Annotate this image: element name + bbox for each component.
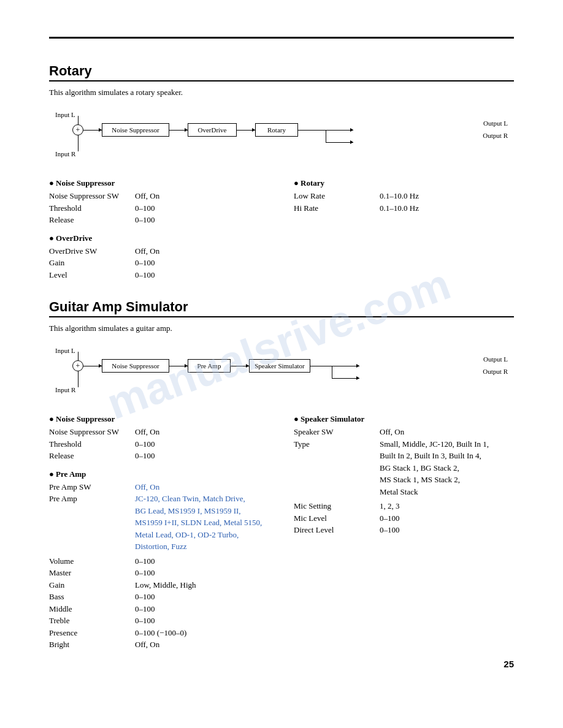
ga-amp-controls: Volume 0–100 Master 0–100 Gain Low, Midd… <box>49 555 269 651</box>
param-row: Hi Rate 0.1–10.0 Hz <box>294 202 514 214</box>
ga-preamp-table: Pre Amp SW Off, On Pre Amp JC-120, Clean… <box>49 481 269 553</box>
param-value: Low, Middle, High <box>135 579 196 591</box>
param-name: Release <box>49 450 135 462</box>
param-row: Direct Level 0–100 <box>294 524 514 536</box>
rotary-rotary-table: Low Rate 0.1–10.0 Hz Hi Rate 0.1–10.0 Hz <box>294 190 514 214</box>
param-row: Mic Level 0–100 <box>294 512 514 525</box>
param-value: 1, 2, 3 <box>380 500 400 512</box>
param-row: Gain Low, Middle, High <box>49 579 269 591</box>
ga-preamp-box: Pre Amp <box>188 359 231 373</box>
ga-right-params: Speaker Simulator Speaker SW Off, On Typ… <box>294 414 514 536</box>
param-value: 0–100 <box>380 524 400 536</box>
rotary-noise-box: Noise Suppressor <box>102 123 169 137</box>
param-row: Bass 0–100 <box>49 591 269 603</box>
param-row: Release 0–100 <box>49 450 269 462</box>
rotary-od-table: OverDrive SW Off, On Gain 0–100 Level 0–… <box>49 245 269 281</box>
guitar-amp-desc: This algorithm simulates a guitar amp. <box>49 324 514 333</box>
param-name: Mic Level <box>294 512 380 525</box>
param-row: Low Rate 0.1–10.0 Hz <box>294 190 514 202</box>
param-value: 0–100 <box>135 214 155 226</box>
param-name: Low Rate <box>294 190 380 202</box>
param-name: Pre Amp <box>49 493 135 505</box>
param-name: Direct Level <box>294 524 380 536</box>
param-name: Gain <box>49 257 135 269</box>
param-value: Small, Middle, JC-120, Built In 1,Built … <box>380 438 489 498</box>
ga-speaker-title: Speaker Simulator <box>294 414 514 424</box>
rotary-output-r-label: Output R <box>483 132 508 139</box>
param-row: Level 0–100 <box>49 269 269 281</box>
param-value: 0–100 <box>135 202 155 214</box>
top-rule <box>49 37 514 39</box>
ga-preamp-group: Pre Amp Pre Amp SW Off, On Pre Amp JC-12… <box>49 469 269 553</box>
param-value: 0.1–10.0 Hz <box>380 202 419 214</box>
ga-speaker-table: Speaker SW Off, On Type Small, Middle, J… <box>294 426 514 498</box>
param-row: OverDrive SW Off, On <box>49 245 269 257</box>
param-name: Treble <box>49 615 135 627</box>
param-value: Off, On <box>135 190 159 202</box>
param-row: Type Small, Middle, JC-120, Built In 1,B… <box>294 438 514 498</box>
param-name: Gain <box>49 579 135 591</box>
param-value: 0–100 <box>135 603 155 615</box>
rotary-rule <box>49 80 514 82</box>
param-name: Bass <box>49 591 135 603</box>
rotary-od-group: OverDrive OverDrive SW Off, On Gain 0–10… <box>49 233 269 281</box>
param-row: Release 0–100 <box>49 214 269 226</box>
param-name: Master <box>49 567 135 579</box>
rotary-ns-table: Noise Suppressor SW Off, On Threshold 0–… <box>49 190 269 226</box>
ga-speaker-box: Speaker Simulator <box>249 359 310 373</box>
rotary-params: Noise Suppressor Noise Suppressor SW Off… <box>49 178 514 281</box>
param-name: Noise Suppressor SW <box>49 426 135 438</box>
param-row: Presence 0–100 (−100–0) <box>49 627 269 639</box>
param-value: 0–100 <box>135 591 155 603</box>
guitar-amp-signal-flow: Input L Input R Output L Output R + Nois… <box>49 342 514 403</box>
param-row: Pre Amp JC-120, Clean Twin, Match Drive,… <box>49 493 269 553</box>
param-row: Bright Off, On <box>49 639 269 651</box>
rotary-arrow-2 <box>169 130 188 131</box>
ga-arrow-2 <box>169 366 188 366</box>
param-value: Off, On <box>380 426 404 438</box>
param-row: Master 0–100 <box>49 567 269 579</box>
param-row: Treble 0–100 <box>49 615 269 627</box>
page: Rotary This algorithm simulates a rotary… <box>0 0 563 694</box>
rotary-signal-flow: Input L Input R Output L Output R + Nois… <box>49 106 514 167</box>
param-name: Speaker SW <box>294 426 380 438</box>
param-name: Mic Setting <box>294 500 380 512</box>
param-value: Off, On <box>135 245 159 257</box>
param-value: Off, On <box>135 426 159 438</box>
ga-output-l-label: Output L <box>483 355 508 363</box>
param-value: 0–100 <box>135 438 155 450</box>
ga-input-r-label: Input R <box>55 386 75 393</box>
param-value: 0.1–10.0 Hz <box>380 190 419 202</box>
param-name: Pre Amp SW <box>49 481 135 493</box>
param-value: 0–100 <box>380 512 400 525</box>
rotary-input-r-label: Input R <box>55 150 75 157</box>
param-row: Gain 0–100 <box>49 257 269 269</box>
param-name: Noise Suppressor SW <box>49 190 135 202</box>
rotary-title: Rotary <box>49 63 514 79</box>
param-row: Threshold 0–100 <box>49 438 269 450</box>
param-name: Bright <box>49 639 135 651</box>
param-name: Hi Rate <box>294 202 380 214</box>
rotary-arrow-3 <box>237 130 255 131</box>
param-value: 0–100 <box>135 615 155 627</box>
guitar-amp-title: Guitar Amp Simulator <box>49 299 514 315</box>
rotary-right-params: Rotary Low Rate 0.1–10.0 Hz Hi Rate 0.1–… <box>294 178 514 281</box>
ga-output-r-label: Output R <box>483 368 508 375</box>
rotary-input-l-label: Input L <box>55 111 75 118</box>
param-value: 0–100 <box>135 555 155 567</box>
ga-left-params: Noise Suppressor Noise Suppressor SW Off… <box>49 414 269 651</box>
rotary-ns-title: Noise Suppressor <box>49 178 269 188</box>
param-value: 0–100 <box>135 567 155 579</box>
rotary-sum-circle: + <box>72 124 83 135</box>
param-value: 0–100 <box>135 269 155 281</box>
param-row: Volume 0–100 <box>49 555 269 567</box>
param-row: Noise Suppressor SW Off, On <box>49 190 269 202</box>
ga-input-l-label: Input L <box>55 347 75 354</box>
param-value: 0–100 <box>135 257 155 269</box>
param-name: Middle <box>49 603 135 615</box>
param-value: JC-120, Clean Twin, Match Drive,BG Lead,… <box>135 493 262 553</box>
param-row: Noise Suppressor SW Off, On <box>49 426 269 438</box>
page-number: 25 <box>504 659 514 669</box>
param-value: 0–100 <box>135 450 155 462</box>
param-name: Presence <box>49 627 135 639</box>
